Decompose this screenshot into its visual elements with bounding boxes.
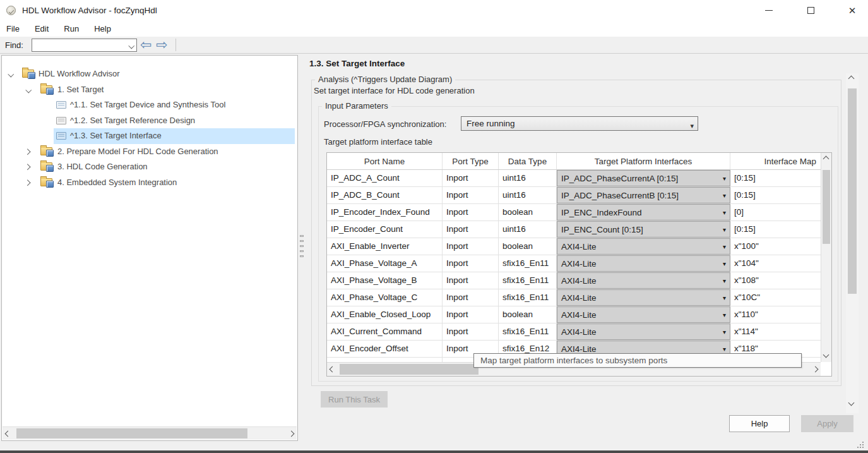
target-interface-dropdown[interactable]: AXI4-Lite▾: [557, 306, 730, 323]
tree-item-set-target-reference-design[interactable]: ^1.2. Set Target Reference Design: [2, 113, 296, 129]
sync-dropdown-value: Free running: [467, 119, 515, 128]
scroll-down-icon[interactable]: [823, 352, 829, 358]
sync-dropdown[interactable]: Free running ▾: [461, 116, 698, 131]
chevron-down-icon: ▾: [690, 122, 694, 130]
table-row: AXI_Phase_Voltage_BInportsfix16_En11AXI4…: [327, 272, 831, 289]
window-title: HDL Workflow Advisor - focZynqHdl: [22, 6, 157, 15]
tree-item-prepare-model[interactable]: 2. Prepare Model For HDL Code Generation: [2, 144, 296, 160]
analysis-group-label: Analysis (^Triggers Update Diagram): [315, 75, 455, 84]
table-row: AXI_Phase_Voltage_CInportsfix16_En11AXI4…: [327, 289, 831, 306]
maximize-button[interactable]: [804, 3, 817, 17]
scroll-down-icon[interactable]: [848, 400, 855, 406]
cell-interface-map: [0:15]: [730, 221, 821, 238]
cell-data-type: uint16: [499, 170, 557, 186]
menu-file[interactable]: File: [0, 21, 27, 36]
cell-interface-map: x"114": [730, 323, 821, 340]
scrollbar-thumb[interactable]: [340, 364, 479, 375]
task-pane-vertical-scrollbar[interactable]: [846, 73, 859, 413]
target-interface-dropdown[interactable]: AXI4-Lite▾: [557, 323, 730, 340]
resize-grip-icon[interactable]: [856, 440, 864, 448]
expander-down-icon[interactable]: [26, 87, 32, 93]
chevron-down-icon: ▾: [723, 188, 726, 203]
cell-port-name: AXI_Phase_Voltage_C: [327, 289, 443, 306]
tree-item-label: 3. HDL Code Generation: [57, 162, 148, 171]
scroll-right-icon[interactable]: [810, 363, 821, 376]
scroll-up-icon[interactable]: [848, 76, 855, 82]
find-previous-button[interactable]: ⇦: [140, 36, 152, 53]
tooltip: Map target platform interfaces to subsys…: [473, 353, 802, 368]
scroll-left-icon[interactable]: [3, 427, 13, 440]
tree-item-set-target-interface[interactable]: ^1.3. Set Target Interface: [2, 128, 296, 144]
cell-interface-map: [0]: [730, 204, 821, 220]
menu-edit[interactable]: Edit: [27, 21, 56, 36]
task-title: 1.3. Set Target Interface: [309, 59, 405, 68]
folder-icon: [40, 147, 52, 155]
scrollbar-thumb[interactable]: [823, 170, 830, 244]
target-interface-dropdown[interactable]: IP_ADC_PhaseCurrentB [0:15]▾: [557, 187, 730, 203]
dropdown-value: IP_ADC_PhaseCurrentA [0:15]: [561, 171, 678, 186]
expander-right-icon[interactable]: [25, 164, 30, 170]
minimize-button[interactable]: [762, 3, 776, 17]
expander-down-icon[interactable]: [8, 71, 14, 77]
find-next-button[interactable]: ⇨: [156, 36, 167, 53]
table-row: AXI_Enable_InverterInportbooleanAXI4-Lit…: [327, 238, 831, 255]
cell-port-type: Inport: [443, 323, 499, 340]
tree-item-set-target-device[interactable]: ^1.1. Set Target Device and Synthesis To…: [2, 97, 296, 113]
scrollbar-thumb[interactable]: [848, 88, 857, 294]
cell-port-name: AXI_Phase_Voltage_B: [327, 272, 443, 289]
folder-icon: [40, 178, 52, 186]
scroll-right-icon[interactable]: [286, 427, 297, 440]
cell-interface-map: x"110": [730, 306, 821, 323]
menu-help[interactable]: Help: [86, 21, 119, 36]
tree-item-label: ^1.2. Set Target Reference Design: [70, 116, 195, 125]
scroll-up-icon[interactable]: [823, 156, 829, 162]
run-this-task-button[interactable]: Run This Task: [321, 391, 388, 408]
arrow-right-icon: ⇨: [156, 37, 167, 52]
chevron-down-icon: ▾: [723, 273, 726, 289]
folder-icon: [22, 69, 34, 78]
panel-splitter[interactable]: [298, 55, 307, 441]
expander-right-icon[interactable]: [25, 180, 30, 186]
target-interface-dropdown[interactable]: AXI4-Lite▾: [557, 255, 730, 272]
menu-run[interactable]: Run: [56, 21, 86, 36]
tree-item-hdl-workflow-advisor[interactable]: HDL Workflow Advisor: [2, 66, 296, 82]
tree-item-set-target[interactable]: 1. Set Target: [2, 82, 296, 98]
arrow-left-icon: ⇦: [140, 37, 152, 52]
chevron-down-icon: ▾: [723, 290, 726, 306]
sync-label: Processor/FPGA synchronization:: [324, 119, 446, 129]
target-interface-dropdown[interactable]: IP_ENC_IndexFound▾: [557, 204, 730, 220]
cell-port-type: Inport: [443, 221, 499, 238]
tree-horizontal-scrollbar[interactable]: [3, 426, 297, 440]
cell-port-type: Inport: [443, 289, 499, 306]
help-button[interactable]: Help: [729, 415, 790, 432]
target-interface-dropdown[interactable]: AXI4-Lite▾: [557, 272, 730, 289]
dropdown-value: AXI4-Lite: [561, 307, 597, 323]
target-interface-dropdown[interactable]: IP_ADC_PhaseCurrentA [0:15]▾: [557, 170, 730, 186]
cell-data-type: sfix16_En11: [499, 272, 557, 289]
folder-icon: [40, 162, 52, 171]
apply-button[interactable]: Apply: [801, 415, 853, 432]
folder-icon: [40, 85, 52, 94]
tree-item-label: HDL Workflow Advisor: [39, 69, 120, 78]
chevron-down-icon: ▾: [723, 307, 726, 323]
cell-port-name: IP_ADC_B_Count: [327, 187, 443, 203]
input-parameters-label: Input Parameters: [322, 101, 391, 111]
expander-right-icon[interactable]: [25, 149, 30, 155]
cell-data-type: sfix16_En11: [499, 289, 557, 306]
chevron-down-icon: ▾: [723, 171, 726, 186]
close-button[interactable]: ✕: [845, 3, 859, 17]
scroll-left-icon[interactable]: [327, 363, 338, 376]
target-interface-dropdown[interactable]: AXI4-Lite▾: [557, 289, 730, 306]
table-vertical-scrollbar[interactable]: [821, 153, 831, 362]
find-input[interactable]: [32, 39, 137, 52]
tree-item-hdl-code-generation[interactable]: 3. HDL Code Generation: [2, 159, 296, 175]
target-interface-dropdown[interactable]: IP_ENC_Count [0:15]▾: [557, 221, 730, 238]
chevron-down-icon: ▾: [723, 222, 726, 238]
dropdown-value: AXI4-Lite: [561, 290, 597, 306]
cell-port-type: Inport: [443, 306, 499, 323]
scrollbar-thumb[interactable]: [16, 428, 247, 438]
tree-item-label: 2. Prepare Model For HDL Code Generation: [57, 147, 218, 156]
cell-port-name: AXI_Enable_Closed_Loop: [327, 306, 443, 323]
target-interface-dropdown[interactable]: AXI4-Lite▾: [557, 238, 730, 255]
tree-item-embedded-system-integration[interactable]: 4. Embedded System Integration: [2, 175, 296, 191]
